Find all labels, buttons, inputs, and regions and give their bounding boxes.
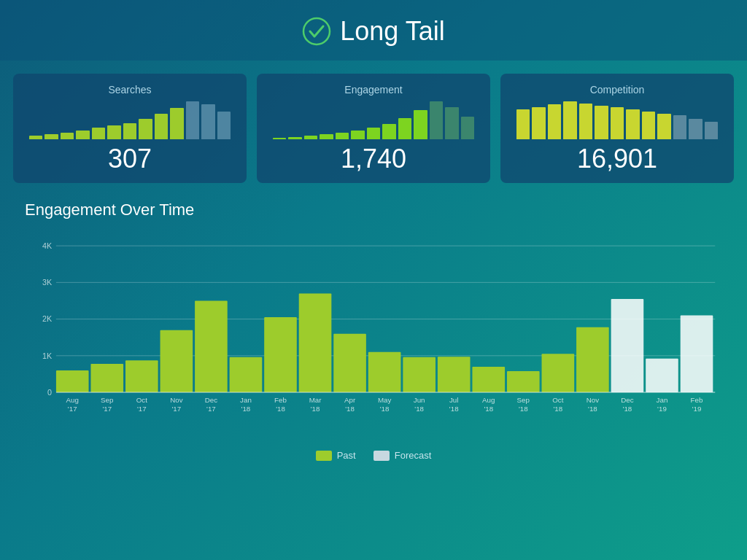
chart-title: Engagement Over Time (25, 201, 722, 219)
svg-text:Dec: Dec (621, 396, 633, 404)
svg-text:'18: '18 (345, 405, 355, 413)
svg-text:'18: '18 (519, 405, 528, 413)
svg-rect-47 (472, 367, 505, 392)
svg-text:Sep: Sep (101, 396, 114, 404)
metric-value-searches: 307 (25, 144, 235, 174)
metric-cards-row: Searches307Engagement1,740Competition16,… (13, 74, 734, 183)
svg-text:4K: 4K (42, 241, 53, 250)
forecast-swatch (374, 451, 390, 461)
svg-rect-41 (403, 357, 436, 392)
svg-text:Feb: Feb (691, 396, 703, 404)
svg-text:'18: '18 (241, 405, 251, 413)
svg-text:3K: 3K (42, 278, 53, 287)
svg-rect-56 (576, 327, 609, 392)
svg-text:1K: 1K (42, 351, 53, 360)
mini-bar (273, 138, 286, 139)
mini-bar (351, 131, 364, 139)
svg-text:May: May (378, 396, 392, 404)
past-label: Past (337, 450, 356, 461)
svg-text:Nov: Nov (170, 396, 182, 404)
svg-text:Mar: Mar (309, 396, 322, 404)
forecast-label: Forecast (395, 450, 432, 461)
svg-text:Aug: Aug (482, 396, 495, 404)
mini-bar (461, 117, 474, 139)
svg-text:Dec: Dec (205, 396, 217, 404)
mini-bar (217, 112, 231, 139)
mini-bar (516, 109, 530, 139)
mini-bar (44, 134, 58, 139)
mini-bar (445, 107, 458, 139)
svg-rect-50 (507, 371, 540, 392)
mini-bar (705, 122, 718, 139)
mini-bar (155, 114, 168, 139)
svg-text:'18: '18 (484, 405, 493, 413)
svg-rect-65 (681, 316, 713, 393)
mini-bar (288, 137, 301, 139)
mini-bar (139, 119, 152, 139)
svg-text:0: 0 (47, 388, 52, 397)
svg-text:Jan: Jan (657, 396, 668, 404)
svg-rect-62 (646, 359, 678, 392)
legend-past: Past (316, 450, 356, 461)
legend-forecast: Forecast (374, 450, 432, 461)
metric-value-competition: 16,901 (512, 144, 722, 174)
mini-bar (382, 124, 395, 139)
svg-text:Sep: Sep (517, 396, 530, 404)
svg-rect-59 (611, 299, 644, 392)
mini-bar (548, 104, 561, 139)
mini-bar (170, 108, 183, 139)
mini-bar (414, 110, 427, 139)
svg-text:Jul: Jul (449, 396, 458, 404)
svg-text:'18: '18 (414, 405, 424, 413)
svg-point-0 (303, 18, 330, 44)
svg-text:Nov: Nov (587, 396, 599, 404)
svg-text:Oct: Oct (552, 396, 563, 404)
svg-rect-44 (438, 357, 471, 392)
svg-text:'19: '19 (657, 405, 667, 413)
engagement-chart: 01K2K3K4KAug'17Sep'17Oct'17Nov'17Dec'17J… (25, 227, 722, 446)
svg-rect-20 (160, 330, 193, 392)
svg-rect-26 (230, 357, 263, 392)
mini-bar (367, 128, 380, 139)
svg-text:Oct: Oct (136, 396, 147, 404)
mini-bar (29, 136, 42, 139)
mini-bar (398, 118, 411, 139)
mini-bar (320, 134, 333, 139)
mini-bar (430, 101, 443, 139)
svg-text:'18: '18 (311, 405, 320, 413)
chart-legend: Past Forecast (25, 450, 722, 461)
mini-bar (76, 131, 89, 139)
svg-rect-38 (368, 352, 401, 392)
mini-bars-competition (512, 101, 722, 139)
svg-text:'18: '18 (276, 405, 285, 413)
past-swatch (316, 451, 332, 461)
mini-bar (186, 101, 199, 139)
chart-section: Engagement Over Time 01K2K3K4KAug'17Sep'… (13, 193, 734, 461)
svg-text:'17: '17 (68, 405, 77, 413)
check-circle-icon (302, 17, 331, 46)
mini-bar (336, 133, 349, 139)
mini-bar (642, 112, 655, 139)
metric-label-engagement: Engagement (268, 84, 479, 96)
mini-bar (92, 128, 105, 139)
mini-bars-searches (25, 101, 235, 139)
mini-bar (579, 104, 592, 139)
metric-card-competition: Competition16,901 (500, 74, 734, 183)
mini-bar (689, 119, 702, 139)
mini-bars-engagement (268, 101, 479, 139)
metric-card-searches: Searches307 (13, 74, 247, 183)
metric-label-searches: Searches (25, 84, 235, 96)
mini-bar (61, 133, 74, 139)
mini-bar (595, 106, 608, 139)
mini-bar (123, 123, 136, 139)
svg-text:'18: '18 (553, 405, 562, 413)
svg-text:'18: '18 (588, 405, 597, 413)
page-title: Long Tail (302, 16, 444, 47)
svg-text:Aug: Aug (66, 396, 79, 404)
mini-bar (107, 125, 120, 139)
mini-bar (563, 101, 576, 139)
svg-text:Apr: Apr (344, 396, 356, 404)
svg-rect-29 (264, 317, 297, 392)
svg-text:'17: '17 (172, 405, 182, 413)
svg-rect-35 (333, 334, 366, 392)
